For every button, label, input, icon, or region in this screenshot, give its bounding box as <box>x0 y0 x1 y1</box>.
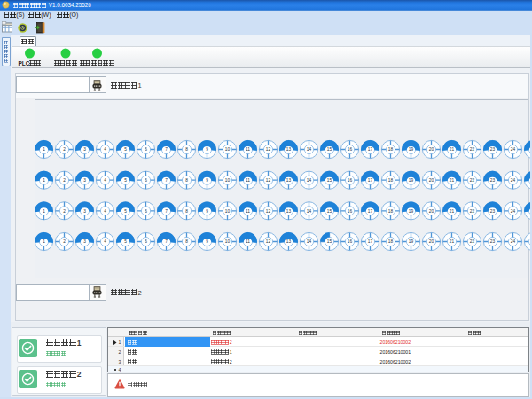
svg-text:7: 7 <box>165 147 168 152</box>
svg-text:5: 5 <box>124 147 127 152</box>
svg-text:10: 10 <box>224 239 230 244</box>
svg-text:20: 20 <box>428 178 434 183</box>
svg-text:17: 17 <box>367 208 372 213</box>
svg-text:15: 15 <box>326 178 332 183</box>
svg-text:16: 16 <box>347 208 352 213</box>
svg-text:11: 11 <box>246 147 250 152</box>
svg-text:17: 17 <box>367 178 372 183</box>
svg-text:7: 7 <box>165 208 168 213</box>
svg-text:12: 12 <box>265 208 270 213</box>
svg-text:15: 15 <box>326 147 332 152</box>
svg-text:8: 8 <box>185 147 188 152</box>
svg-text:8: 8 <box>185 208 188 213</box>
svg-text:2: 2 <box>63 147 66 152</box>
svg-text:12: 12 <box>265 239 270 244</box>
svg-text:19: 19 <box>408 208 413 213</box>
svg-text:1: 1 <box>43 239 45 244</box>
svg-text:2: 2 <box>63 178 66 183</box>
svg-text:13: 13 <box>286 178 291 183</box>
svg-text:3: 3 <box>83 208 86 213</box>
svg-text:1: 1 <box>43 178 45 183</box>
svg-text:22: 22 <box>469 208 474 213</box>
svg-text:15: 15 <box>326 239 332 244</box>
svg-text:10: 10 <box>224 178 230 183</box>
svg-text:21: 21 <box>449 239 454 244</box>
svg-text:7: 7 <box>165 178 168 183</box>
svg-text:24: 24 <box>510 147 515 152</box>
svg-text:17: 17 <box>367 239 372 244</box>
svg-text:10: 10 <box>224 147 230 152</box>
svg-text:20: 20 <box>428 147 434 152</box>
svg-text:23: 23 <box>489 147 495 152</box>
svg-text:12: 12 <box>265 147 270 152</box>
svg-text:11: 11 <box>246 178 250 183</box>
svg-text:19: 19 <box>408 178 413 183</box>
svg-text:21: 21 <box>449 208 454 213</box>
svg-text:23: 23 <box>489 178 495 183</box>
svg-text:6: 6 <box>145 208 147 213</box>
svg-text:3: 3 <box>83 178 86 183</box>
svg-text:22: 22 <box>469 147 474 152</box>
svg-text:8: 8 <box>185 178 188 183</box>
svg-text:10: 10 <box>224 208 230 213</box>
svg-text:14: 14 <box>306 178 311 183</box>
svg-text:4: 4 <box>104 239 106 244</box>
svg-text:14: 14 <box>306 239 311 244</box>
svg-text:11: 11 <box>246 208 250 213</box>
svg-text:18: 18 <box>387 239 393 244</box>
svg-text:21: 21 <box>449 147 454 152</box>
svg-text:3: 3 <box>83 239 86 244</box>
svg-text:16: 16 <box>347 239 352 244</box>
svg-text:5: 5 <box>124 239 127 244</box>
svg-text:2: 2 <box>63 239 66 244</box>
svg-text:17: 17 <box>367 147 372 152</box>
svg-text:15: 15 <box>326 208 332 213</box>
svg-text:2: 2 <box>63 208 66 213</box>
svg-text:1: 1 <box>43 208 45 213</box>
svg-text:21: 21 <box>449 178 454 183</box>
svg-text:14: 14 <box>306 147 311 152</box>
svg-text:18: 18 <box>387 208 393 213</box>
svg-text:9: 9 <box>206 208 208 213</box>
svg-text:6: 6 <box>145 178 147 183</box>
svg-text:14: 14 <box>306 208 311 213</box>
svg-text:19: 19 <box>408 239 413 244</box>
svg-text:16: 16 <box>347 178 352 183</box>
svg-text:24: 24 <box>510 178 515 183</box>
svg-text:16: 16 <box>347 147 352 152</box>
svg-text:9: 9 <box>206 239 208 244</box>
svg-text:7: 7 <box>165 239 168 244</box>
svg-text:13: 13 <box>286 147 291 152</box>
svg-text:24: 24 <box>510 208 515 213</box>
svg-text:22: 22 <box>469 239 474 244</box>
svg-text:23: 23 <box>489 208 495 213</box>
svg-text:1: 1 <box>43 147 45 152</box>
svg-text:20: 20 <box>428 208 434 213</box>
svg-text:9: 9 <box>206 147 208 152</box>
svg-text:18: 18 <box>387 178 393 183</box>
svg-text:5: 5 <box>124 208 127 213</box>
svg-text:22: 22 <box>469 178 474 183</box>
svg-text:24: 24 <box>510 239 515 244</box>
svg-text:23: 23 <box>489 239 495 244</box>
svg-text:5: 5 <box>124 178 127 183</box>
svg-text:11: 11 <box>246 239 250 244</box>
svg-text:4: 4 <box>104 147 106 152</box>
svg-text:4: 4 <box>104 208 106 213</box>
svg-text:4: 4 <box>104 178 106 183</box>
svg-text:12: 12 <box>265 178 270 183</box>
svg-text:3: 3 <box>83 147 86 152</box>
svg-text:8: 8 <box>185 239 188 244</box>
svg-text:20: 20 <box>428 239 434 244</box>
svg-text:18: 18 <box>387 147 393 152</box>
svg-text:19: 19 <box>408 147 413 152</box>
svg-text:6: 6 <box>145 147 147 152</box>
svg-text:13: 13 <box>286 208 291 213</box>
svg-text:9: 9 <box>206 178 208 183</box>
svg-text:13: 13 <box>286 239 291 244</box>
svg-text:6: 6 <box>145 239 147 244</box>
